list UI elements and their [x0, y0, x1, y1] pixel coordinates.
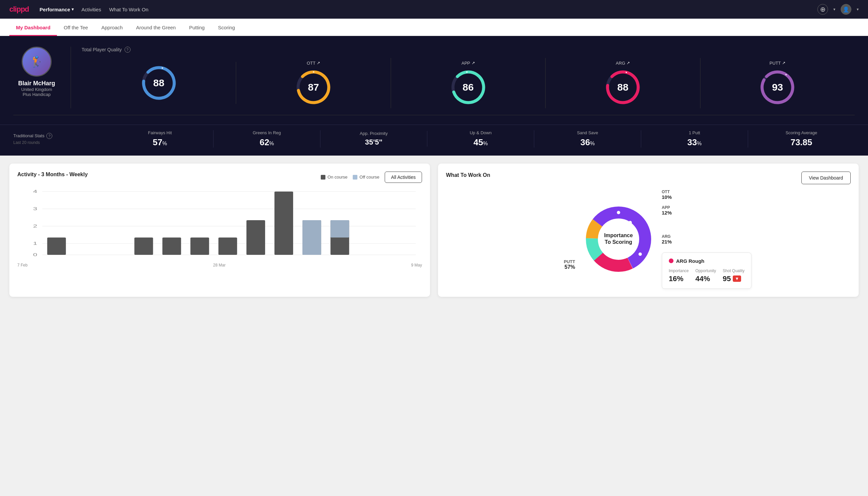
stat-app-label: App. Proximity — [327, 131, 420, 136]
svg-point-40 — [617, 211, 620, 214]
stat-fairways-val: 57% — [113, 137, 206, 148]
x-label-feb: 7 Feb — [17, 263, 28, 267]
stat-1putt: 1 Putt 33% — [641, 130, 748, 148]
quality-arg: ARG ↗ 88 — [546, 58, 700, 108]
arrow-up-icon-3: ↗ — [627, 61, 630, 65]
activity-card: Activity - 3 Months - Weekly On course O… — [9, 164, 430, 297]
tab-around-the-green[interactable]: Around the Green — [129, 19, 182, 36]
arg-segment-label: ARG 21% — [662, 234, 752, 245]
app-logo[interactable]: clippd — [9, 5, 29, 14]
quality-app: APP ↗ 86 — [391, 58, 546, 108]
vertical-divider — [70, 47, 71, 108]
stat-app-proximity: App. Proximity 35'5" — [320, 131, 427, 146]
trad-stats-sub: Last 20 rounds — [13, 140, 107, 145]
svg-text:1: 1 — [33, 241, 37, 246]
shot-quality-badge: ▼ — [733, 276, 741, 282]
svg-rect-35 — [330, 220, 349, 237]
work-on-card-header: What To Work On View Dashboard — [446, 172, 851, 184]
arrow-up-icon: ↗ — [317, 61, 320, 65]
stat-scoring-val: 73.85 — [755, 137, 848, 148]
quality-app-label: APP ↗ — [462, 61, 475, 66]
what-to-work-on-card: What To Work On View Dashboard PUTT 57% — [438, 164, 859, 297]
putt-label: PUTT 57% — [564, 259, 575, 270]
legend-off-course-dot — [353, 175, 358, 180]
svg-rect-31 — [274, 191, 293, 255]
tab-bar: My Dashboard Off the Tee Approach Around… — [0, 19, 868, 36]
stat-greens-label: Greens In Reg — [220, 130, 313, 135]
svg-text:4: 4 — [33, 189, 37, 193]
stat-greens-in-reg: Greens In Reg 62% — [214, 130, 320, 148]
svg-text:0: 0 — [33, 252, 37, 257]
stat-fairways-hit: Fairways Hit 57% — [107, 130, 214, 148]
quality-ott-label: OTT ↗ — [307, 61, 320, 66]
svg-text:2: 2 — [33, 224, 37, 228]
user-avatar[interactable]: 👤 — [841, 4, 851, 15]
quality-section: Total Player Quality ? 88 — [82, 47, 855, 108]
hero-top: 🏌️ Blair McHarg United Kingdom Plus Hand… — [13, 47, 855, 108]
gauge-app: 86 — [450, 69, 487, 106]
tab-putting[interactable]: Putting — [183, 19, 211, 36]
nav-performance-label: Performance — [40, 7, 70, 12]
all-activities-button[interactable]: All Activities — [385, 172, 422, 183]
metric-opportunity: Opportunity 44% — [695, 268, 716, 283]
metric-shot-quality: Shot Quality 95 ▼ — [723, 268, 744, 283]
stat-scoring-avg: Scoring Average 73.85 — [748, 130, 855, 148]
gauge-total-value: 88 — [153, 77, 164, 89]
work-on-title: What To Work On — [446, 172, 490, 178]
plus-icon: ⊕ — [820, 5, 826, 13]
stat-app-val: 35'5" — [327, 138, 420, 146]
quality-circles: 88 OTT ↗ 87 — [82, 58, 855, 108]
gauge-app-value: 86 — [463, 82, 474, 93]
avatar: 🏌️ — [22, 47, 52, 77]
activity-card-header: Activity - 3 Months - Weekly On course O… — [17, 172, 422, 183]
gauge-arg-value: 88 — [617, 82, 628, 93]
stat-sand-val: 36% — [541, 137, 634, 148]
tab-scoring[interactable]: Scoring — [211, 19, 241, 36]
player-handicap: Plus Handicap — [23, 92, 51, 97]
help-icon[interactable]: ? — [125, 47, 130, 52]
quality-ott: OTT ↗ 87 — [236, 58, 391, 108]
trad-stats-label: Traditional Stats ? — [13, 133, 107, 139]
svg-rect-27 — [162, 237, 181, 255]
stat-1putt-val: 33% — [648, 137, 741, 148]
quality-total: 88 — [82, 62, 236, 104]
info-card-title: ARG Rough — [669, 258, 744, 264]
stats-row: Traditional Stats ? Last 20 rounds Fairw… — [0, 125, 868, 156]
stat-1putt-label: 1 Putt — [648, 130, 741, 135]
svg-rect-26 — [134, 237, 153, 255]
chevron-down-icon: ▾ — [72, 7, 74, 12]
stat-updown-val: 45% — [434, 137, 527, 148]
avatar-chevron-icon: ▾ — [857, 7, 859, 12]
donut-right-labels: OTT 10% APP 12% ARG 21% ARG Rough — [662, 189, 752, 289]
quality-putt-label: PUTT ↗ — [769, 61, 785, 66]
tab-approach[interactable]: Approach — [95, 19, 129, 36]
info-dot — [669, 259, 674, 263]
stats-help-icon[interactable]: ? — [46, 133, 52, 139]
nav-performance[interactable]: Performance ▾ — [40, 7, 74, 12]
view-dashboard-button[interactable]: View Dashboard — [801, 172, 851, 184]
hero-section: 🏌️ Blair McHarg United Kingdom Plus Hand… — [0, 36, 868, 125]
x-label-may: 9 May — [411, 263, 422, 267]
donut-chart: Importance To Scoring — [582, 203, 655, 276]
svg-rect-28 — [190, 237, 209, 255]
nav-activities[interactable]: Activities — [82, 7, 101, 12]
stat-up-down: Up & Down 45% — [427, 130, 534, 148]
tab-off-the-tee[interactable]: Off the Tee — [57, 19, 95, 36]
add-button[interactable]: ⊕ — [817, 4, 828, 15]
ott-segment-label: OTT 10% — [662, 189, 752, 200]
tab-my-dashboard[interactable]: My Dashboard — [9, 19, 57, 36]
svg-rect-30 — [247, 220, 265, 255]
svg-rect-29 — [219, 237, 237, 255]
metric-importance: Importance 16% — [669, 268, 689, 283]
svg-point-41 — [638, 252, 642, 256]
x-axis-labels: 7 Feb 28 Mar 9 May — [17, 262, 422, 267]
nav-what-to-work-on[interactable]: What To Work On — [109, 7, 148, 12]
gauge-ott: 87 — [295, 69, 332, 106]
nav-links: Performance ▾ Activities What To Work On — [40, 7, 807, 12]
player-country: United Kingdom — [21, 87, 52, 92]
svg-rect-25 — [47, 237, 66, 255]
quality-title: Total Player Quality ? — [82, 47, 855, 52]
player-name: Blair McHarg — [18, 80, 55, 87]
svg-text:3: 3 — [33, 206, 37, 211]
activity-card-title: Activity - 3 Months - Weekly — [17, 172, 88, 177]
